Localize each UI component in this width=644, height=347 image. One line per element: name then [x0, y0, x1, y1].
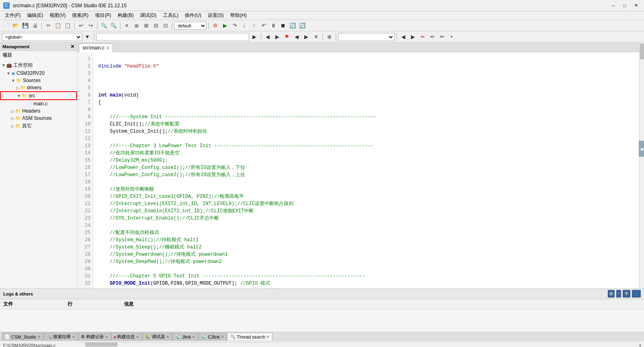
- dropdown-btn[interactable]: ▼: [83, 33, 92, 41]
- nav-back-btn[interactable]: ◀: [263, 33, 272, 41]
- tb-btn5[interactable]: ⊡: [161, 21, 170, 30]
- menu-view[interactable]: 视图(V): [46, 11, 69, 20]
- debugger-tab-close[interactable]: ✕: [166, 335, 169, 339]
- print-btn[interactable]: 🖨: [31, 21, 39, 30]
- undo-btn[interactable]: ↩: [76, 21, 85, 30]
- nav-dot-btn[interactable]: •: [447, 33, 456, 41]
- step-out-btn[interactable]: ↑: [250, 21, 258, 30]
- bk-prev-btn[interactable]: ◀: [292, 33, 301, 41]
- bookmark-btn[interactable]: ⚑: [283, 33, 291, 41]
- reload-btn[interactable]: 🔄: [298, 21, 307, 30]
- minimize-button[interactable]: ─: [609, 2, 618, 10]
- menu-project[interactable]: 项目(P): [92, 11, 114, 20]
- new-file-btn[interactable]: 📄: [2, 21, 10, 30]
- tree-asm[interactable]: ▷ 📁 ASM Sources: [0, 115, 77, 122]
- menu-help[interactable]: 帮助(H): [227, 11, 250, 20]
- jlink-tab-close[interactable]: ✕: [192, 335, 195, 339]
- bottom-ctrl-btn3[interactable]: 半: [623, 290, 630, 298]
- menu-edit[interactable]: 编辑(E): [24, 11, 46, 20]
- menu-file[interactable]: 文件(F): [2, 11, 24, 20]
- tree-project[interactable]: ▼ ◉ CSM32RV20: [0, 70, 77, 77]
- stop-btn[interactable]: ⏹: [279, 21, 287, 30]
- cjlink-tab-close[interactable]: ✕: [221, 335, 224, 339]
- build-log-tab-close[interactable]: ✕: [105, 335, 108, 339]
- thread-search-tab-close[interactable]: ✕: [266, 335, 270, 339]
- col-info: 信息: [124, 301, 156, 308]
- step-over-btn[interactable]: ↷: [230, 21, 239, 30]
- bottom-tab-jlink[interactable]: 📡 Jlink ✕: [172, 333, 198, 341]
- search-results-tab-close[interactable]: ✕: [72, 335, 75, 339]
- tree-mainc[interactable]: ▷ 📄 main.c: [0, 100, 77, 107]
- edit1-btn[interactable]: ✏: [418, 33, 427, 41]
- panel-close-btn[interactable]: ✕: [70, 44, 74, 49]
- replace-btn[interactable]: 🔍: [109, 21, 118, 30]
- build-btn[interactable]: ⚙: [211, 21, 220, 30]
- tree-headers[interactable]: ▷ 📁 Headers: [0, 107, 77, 115]
- open-btn[interactable]: 📂: [11, 21, 20, 30]
- cut-btn[interactable]: ✂: [44, 21, 53, 30]
- jlink-tab-icon: 📡: [175, 334, 181, 339]
- config-select[interactable]: default: [174, 22, 206, 30]
- pause-btn[interactable]: ⏸: [269, 21, 278, 30]
- copy-btn[interactable]: 📋: [54, 21, 62, 30]
- bottom-tab-build-info[interactable]: ♦ 构建信息 ✕: [111, 333, 142, 341]
- reset-btn[interactable]: 🔄: [288, 21, 297, 30]
- menu-debug[interactable]: 调试(D): [137, 11, 160, 20]
- redo-btn[interactable]: ↪: [86, 21, 95, 30]
- step-back-btn[interactable]: ↶: [259, 21, 268, 30]
- tb-btn3[interactable]: ⊞: [142, 21, 151, 30]
- edit3-btn[interactable]: ✏: [438, 33, 446, 41]
- menu-tools[interactable]: 工具(L): [160, 11, 182, 20]
- bk-next-btn[interactable]: ▶: [302, 33, 311, 41]
- tree-drivers[interactable]: ▷ 📁 drivers: [0, 84, 77, 91]
- workspace-label: 工作空间: [13, 62, 33, 69]
- menu-plugins[interactable]: 插件(U): [182, 11, 204, 20]
- nav-back2-btn[interactable]: ◀: [399, 33, 408, 41]
- bottom-ctrl-btn1[interactable]: ⊞: [608, 290, 615, 298]
- jump-btn[interactable]: ⊕: [325, 33, 334, 41]
- build-info-tab-icon: ♦: [114, 335, 116, 339]
- panel-expand-btn[interactable]: ◀: [639, 141, 644, 157]
- bottom-ctrl-btn4[interactable]: 👤: [632, 290, 641, 298]
- tb-btn4[interactable]: ⊟: [151, 21, 160, 30]
- bottom-tab-search-results[interactable]: 🔍 搜索结果 ✕: [43, 333, 78, 341]
- tree-src[interactable]: ▼ 📁 src: [0, 91, 77, 100]
- bottom-tab-build-log[interactable]: ⚙ 构建记录 ✕: [78, 333, 111, 341]
- nav-fwd-btn[interactable]: ▶: [273, 33, 282, 41]
- save-btn[interactable]: 💾: [21, 21, 30, 30]
- step-into-btn[interactable]: ↓: [240, 21, 249, 30]
- bottom-tab-cjlink[interactable]: 📡 CJlink ✕: [198, 333, 227, 341]
- global-select[interactable]: <global>: [2, 33, 82, 41]
- menu-settings[interactable]: 设置(S): [204, 11, 227, 20]
- edit2-btn[interactable]: ✏: [428, 33, 437, 41]
- code-editor[interactable]: 1234 5678 9101112 13141516 17181920 2122…: [77, 52, 639, 288]
- debug-target-select[interactable]: [338, 33, 394, 41]
- paste-btn[interactable]: 📋: [63, 21, 72, 30]
- tb-btn2[interactable]: ≣: [132, 21, 141, 30]
- symbol-search-input[interactable]: [96, 33, 249, 41]
- bottom-tab-debugger[interactable]: 🐛 调试器 ✕: [142, 333, 172, 341]
- find-btn[interactable]: 🔍: [99, 21, 108, 30]
- bottom-tab-csm-studio[interactable]: 📄 CSM_Studio ✕: [2, 333, 43, 341]
- bottom-ctrl-btn2[interactable]: °: [616, 290, 621, 298]
- asm-folder-icon: 📁: [15, 116, 21, 121]
- maximize-button[interactable]: □: [620, 2, 630, 10]
- symbol-go-btn[interactable]: ▶: [250, 33, 259, 41]
- vertical-scrollbar[interactable]: ◀: [639, 43, 644, 288]
- menu-search[interactable]: 搜索(R): [69, 11, 92, 20]
- editor-tab-mainc[interactable]: src\main.c ✕: [79, 43, 113, 52]
- tree-sources[interactable]: ▼ 📁 Sources: [0, 77, 77, 84]
- bottom-tab-thread-search[interactable]: 🔍 Thread search ✕: [227, 333, 272, 341]
- tb-btn1[interactable]: ≡: [122, 21, 131, 30]
- tree-workspace[interactable]: ▼ 💼 工作空间: [0, 61, 77, 70]
- csm-studio-tab-close[interactable]: ✕: [37, 335, 41, 339]
- run-btn[interactable]: ▶: [221, 21, 229, 30]
- main-layout: Management ✕ 项目 ▼ 💼 工作空间 ▼ ◉ CSM32RV20 ▼…: [0, 43, 644, 288]
- menu-build[interactable]: 构建(B): [114, 11, 137, 20]
- close-button[interactable]: ✕: [631, 2, 641, 10]
- build-info-tab-close[interactable]: ✕: [136, 335, 139, 339]
- nav-fwd2-btn[interactable]: ▶: [409, 33, 417, 41]
- editor-tab-mainc-close[interactable]: ✕: [106, 46, 109, 50]
- bk-clear-btn[interactable]: ✕: [312, 33, 320, 41]
- tree-other[interactable]: ▷ 📁 其它: [0, 122, 77, 130]
